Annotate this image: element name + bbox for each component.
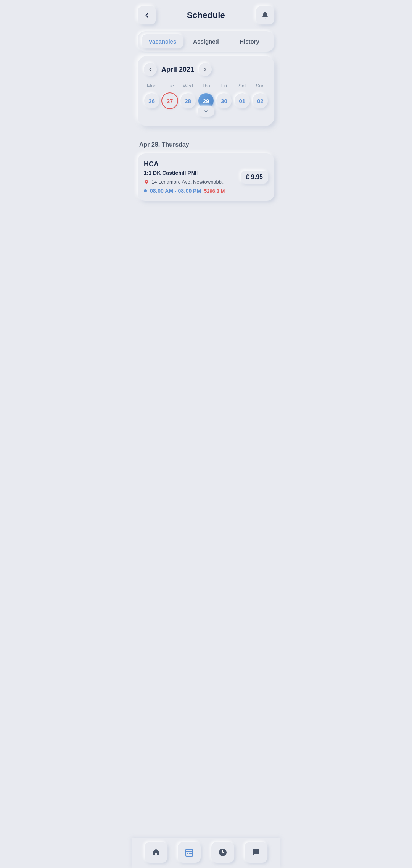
month-label: April 2021 — [161, 66, 194, 74]
next-month-button[interactable] — [199, 63, 212, 76]
tabs-container: Vacancies Assigned History — [138, 31, 274, 52]
day-header-fri: Fri — [216, 82, 232, 91]
page-title: Schedule — [187, 10, 225, 20]
day-26[interactable]: 26 — [144, 93, 159, 108]
job-card[interactable]: HCA 1:1 DK Castlehill PNH 14 Lenamore Av… — [138, 153, 274, 201]
day-header-sat: Sat — [234, 82, 250, 91]
location-icon — [144, 179, 149, 185]
expand-calendar-button[interactable] — [198, 106, 214, 117]
prev-month-button[interactable] — [144, 63, 157, 76]
day-header-thu: Thu — [198, 82, 214, 91]
calendar-card: April 2021 Mon Tue Wed Thu Fri Sat Sun 2… — [138, 56, 274, 126]
day-header-wed: Wed — [180, 82, 196, 91]
day-02[interactable]: 02 — [253, 93, 268, 108]
tab-assigned[interactable]: Assigned — [185, 34, 227, 48]
location-text: 14 Lenamore Ave, Newtownabb... — [151, 179, 226, 185]
day-30[interactable]: 30 — [216, 93, 232, 108]
time-text: 08:00 AM - 08:00 PM — [150, 188, 201, 194]
time-dot — [144, 189, 147, 192]
day-01[interactable]: 01 — [235, 93, 250, 108]
calendar-nav: April 2021 — [144, 63, 268, 76]
header: Schedule — [132, 0, 280, 28]
job-title: HCA — [144, 160, 241, 168]
date-heading-text: Apr 29, Thursday — [139, 141, 189, 148]
day-header-tue: Tue — [162, 82, 177, 91]
job-subtitle: 1:1 DK Castlehill PNH — [144, 170, 241, 176]
notification-button[interactable] — [256, 6, 274, 24]
day-27[interactable]: 27 — [162, 93, 177, 108]
distance-text: 5296.3 M — [204, 188, 225, 194]
date-heading: Apr 29, Thursday — [132, 127, 280, 153]
job-card-inner: HCA 1:1 DK Castlehill PNH 14 Lenamore Av… — [144, 160, 268, 194]
date-separator — [194, 145, 273, 145]
tab-vacancies[interactable]: Vacancies — [142, 34, 183, 48]
back-button[interactable] — [138, 6, 156, 24]
day-header-sun: Sun — [253, 82, 268, 91]
day-header-mon: Mon — [144, 82, 159, 91]
day-28[interactable]: 28 — [180, 93, 196, 108]
calendar-wave — [144, 110, 268, 121]
job-location: 14 Lenamore Ave, Newtownabb... — [144, 179, 241, 185]
job-info: HCA 1:1 DK Castlehill PNH 14 Lenamore Av… — [144, 160, 241, 194]
calendar-grid: Mon Tue Wed Thu Fri Sat Sun 26 27 28 29 … — [144, 82, 268, 108]
price-badge: £ 9.95 — [241, 171, 268, 184]
tab-history[interactable]: History — [229, 34, 270, 48]
job-time: 08:00 AM - 08:00 PM 5296.3 M — [144, 188, 241, 194]
